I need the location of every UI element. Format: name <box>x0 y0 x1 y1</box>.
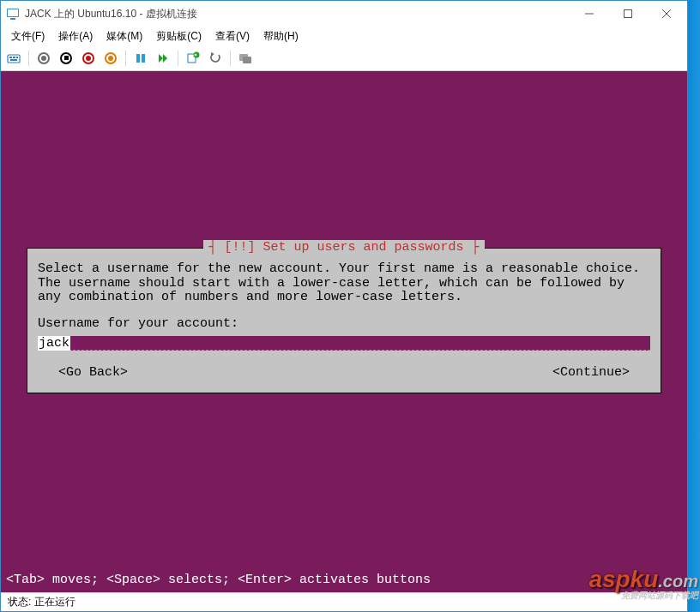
svg-rect-12 <box>136 54 140 63</box>
go-back-button[interactable]: <Go Back> <box>58 366 128 381</box>
checkpoint-button[interactable] <box>184 49 202 68</box>
svg-rect-7 <box>8 55 20 63</box>
statusbar: 状态: 正在运行 <box>1 592 687 611</box>
svg-rect-8 <box>9 57 12 58</box>
shutdown-button[interactable] <box>79 49 98 68</box>
toolbar <box>1 45 687 71</box>
svg-rect-11 <box>10 59 17 61</box>
username-input[interactable]: jack <box>38 336 650 351</box>
svg-rect-1 <box>8 9 18 16</box>
svg-marker-14 <box>159 54 163 63</box>
svg-marker-18 <box>211 52 214 56</box>
svg-marker-15 <box>163 54 167 63</box>
revert-button[interactable] <box>206 49 225 68</box>
svg-rect-9 <box>13 57 15 58</box>
dialog-body: Select a username for the new account. Y… <box>38 262 650 305</box>
help-bar: <Tab> moves; <Space> selects; <Enter> ac… <box>1 570 687 593</box>
reset-button[interactable] <box>154 49 172 68</box>
svg-rect-13 <box>142 54 145 63</box>
continue-button[interactable]: <Continue> <box>552 366 630 381</box>
ctrl-alt-del-button[interactable] <box>4 49 23 68</box>
turnoff-button[interactable] <box>57 49 75 68</box>
menu-file[interactable]: 文件(F) <box>4 27 51 45</box>
app-icon <box>6 7 20 21</box>
start-button[interactable] <box>34 49 53 68</box>
vm-connection-window: JACK 上的 Ubuntu16.10 - 虚拟机连接 文件(F) 操作(A) … <box>0 0 688 612</box>
svg-rect-4 <box>624 10 631 18</box>
status-text: 状态: 正在运行 <box>8 595 75 609</box>
titlebar: JACK 上的 Ubuntu16.10 - 虚拟机连接 <box>1 1 687 27</box>
window-title: JACK 上的 Ubuntu16.10 - 虚拟机连接 <box>25 7 570 21</box>
svg-rect-20 <box>243 57 251 63</box>
menu-help[interactable]: 帮助(H) <box>256 27 305 45</box>
desktop-stripe <box>688 0 700 612</box>
pause-button[interactable] <box>131 49 150 68</box>
dialog-prompt: Username for your account: <box>38 317 650 332</box>
dialog-title: ┤ [!!] Set up users and passwords ├ <box>203 240 484 255</box>
minimize-button[interactable] <box>570 2 608 27</box>
svg-rect-10 <box>16 57 18 58</box>
svg-rect-2 <box>10 18 15 20</box>
vm-screen[interactable]: ┤ [!!] Set up users and passwords ├ Sele… <box>1 71 687 592</box>
close-button[interactable] <box>647 2 685 27</box>
menu-action[interactable]: 操作(A) <box>51 27 100 45</box>
menu-media[interactable]: 媒体(M) <box>100 27 149 45</box>
enhanced-session-button[interactable] <box>236 49 255 68</box>
menu-clipboard[interactable]: 剪贴板(C) <box>149 27 208 45</box>
username-value: jack <box>38 336 70 351</box>
maximize-button[interactable] <box>608 2 647 27</box>
installer-dialog: ┤ [!!] Set up users and passwords ├ Sele… <box>27 248 661 393</box>
save-button[interactable] <box>101 49 120 68</box>
menu-view[interactable]: 查看(V) <box>208 27 256 45</box>
menubar: 文件(F) 操作(A) 媒体(M) 剪贴板(C) 查看(V) 帮助(H) <box>1 27 687 45</box>
